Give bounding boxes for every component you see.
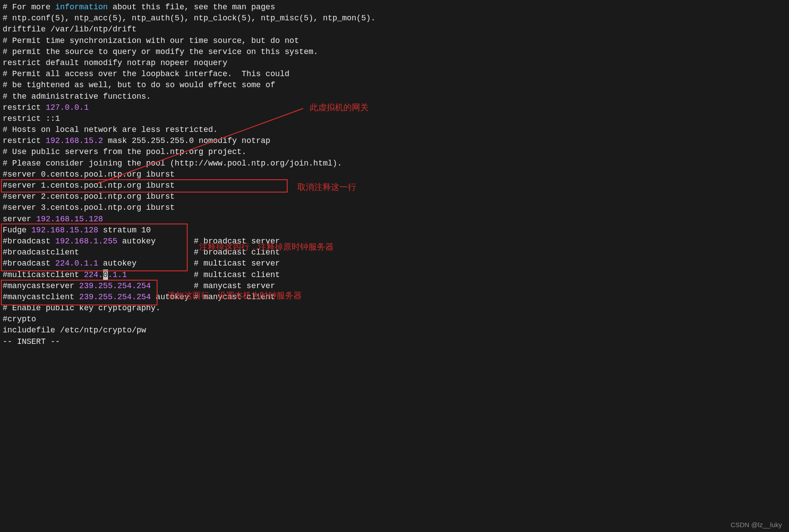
- config-line: # Use public servers from the pool.ntp.o…: [3, 146, 786, 158]
- config-line: #broadcast 192.168.1.255 autokey # broad…: [3, 236, 786, 247]
- annotation-uncomment: 取消注释这一行: [297, 181, 356, 193]
- config-line: #server 2.centos.pool.ntp.org iburst: [3, 191, 786, 202]
- ip-address: 224.0.1.1: [55, 259, 98, 268]
- highlight-keyword: information: [55, 3, 108, 12]
- ip-address: 239.255.254.254: [79, 281, 151, 290]
- config-line: #broadcastclient # broadcast client: [3, 247, 786, 258]
- config-line: # For more information about this file, …: [3, 2, 786, 13]
- config-line: restrict 127.0.0.1: [3, 102, 786, 113]
- config-line: #server 3.centos.pool.ntp.org iburst: [3, 202, 786, 213]
- ip-address: 224.0.1.1: [84, 270, 127, 279]
- ip-address: 239.255.254.254: [79, 293, 151, 301]
- config-line: #manycastserver 239.255.254.254 # manyca…: [3, 281, 786, 292]
- config-line: # the administrative functions.: [3, 91, 786, 102]
- config-line: #manycastclient 239.255.254.254 autokey …: [3, 292, 786, 303]
- config-line: # permit the source to query or modify t…: [3, 46, 786, 58]
- config-line: #broadcast 224.0.1.1 autokey # multicast…: [3, 258, 786, 269]
- config-line: server 192.168.15.128: [3, 214, 786, 225]
- config-line: #server 0.centos.pool.ntp.org iburst: [3, 169, 786, 180]
- config-line: # be tightened as well, but to do so wou…: [3, 80, 786, 91]
- config-line: restrict ::1: [3, 113, 786, 124]
- config-line: #crypto: [3, 314, 786, 325]
- config-line: # Hosts on local network are less restri…: [3, 124, 786, 135]
- ip-address: 192.168.15.128: [31, 226, 98, 235]
- config-line: # ntp.conf(5), ntp_acc(5), ntp_auth(5), …: [3, 13, 786, 24]
- ip-address: 192.168.1.255: [55, 237, 117, 246]
- ip-address: 127.0.0.1: [46, 103, 89, 112]
- ip-address: 192.168.15.128: [36, 215, 103, 224]
- config-line: includefile /etc/ntp/crypto/pw: [3, 325, 786, 336]
- vim-mode-indicator: -- INSERT --: [3, 336, 786, 347]
- config-line: # Permit time synchronization with our t…: [3, 35, 786, 46]
- config-line: # Enable public key cryptography.: [3, 303, 786, 314]
- watermark: CSDN @lz__luky: [731, 520, 782, 529]
- config-line: # Please consider joining the pool (http…: [3, 158, 786, 169]
- config-line: driftfile /var/lib/ntp/drift: [3, 24, 786, 35]
- config-line: restrict default nomodify notrap nopeer …: [3, 58, 786, 69]
- config-line: restrict 192.168.15.2 mask 255.255.255.0…: [3, 135, 786, 146]
- annotation-comment-servers: 注释掉这四行，注释掉原时钟服务器: [199, 241, 334, 253]
- annotation-add-server: 添加这两行，设置本机为时钟服务器: [167, 290, 302, 302]
- config-line: #server 1.centos.pool.ntp.org iburst: [3, 180, 786, 191]
- cursor: 0: [103, 270, 108, 281]
- ip-address: 192.168.15.2: [46, 136, 103, 145]
- config-line: Fudge 192.168.15.128 stratum 10: [3, 225, 786, 236]
- terminal-editor[interactable]: # For more information about this file, …: [3, 2, 786, 347]
- config-line: #multicastclient 224.0.1.1 # multicast c…: [3, 270, 786, 281]
- config-line: # Permit all access over the loopback in…: [3, 69, 786, 80]
- annotation-gateway: 此虚拟机的网关: [310, 102, 369, 114]
